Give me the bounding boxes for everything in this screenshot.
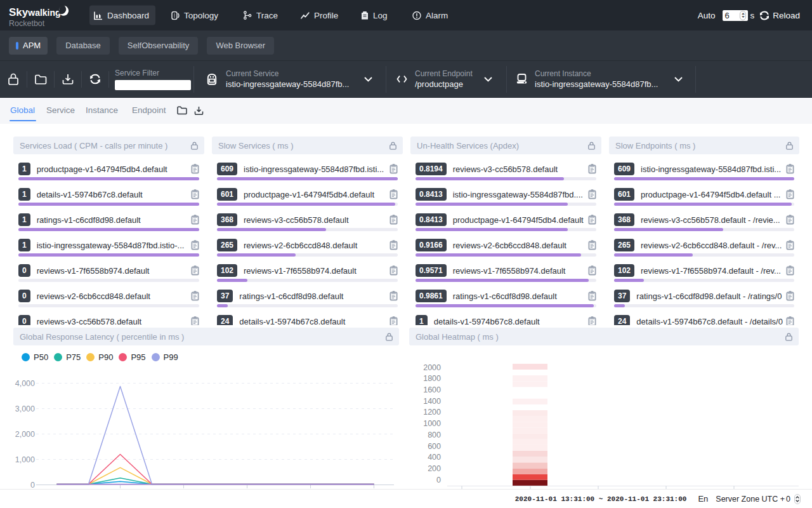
svg-text:3,000: 3,000 <box>15 404 35 413</box>
svg-text:600: 600 <box>428 442 441 451</box>
svg-text:200: 200 <box>428 464 441 473</box>
svg-text:4,000: 4,000 <box>15 379 35 388</box>
svg-text:800: 800 <box>428 431 441 439</box>
svg-text:1600: 1600 <box>423 385 441 394</box>
svg-text:0: 0 <box>30 481 35 489</box>
svg-text:1200: 1200 <box>423 408 441 417</box>
svg-text:1800: 1800 <box>423 374 441 383</box>
svg-text:0: 0 <box>436 476 441 485</box>
svg-text:1400: 1400 <box>423 397 441 406</box>
svg-text:1,000: 1,000 <box>15 455 35 464</box>
svg-text:2000: 2000 <box>423 363 441 372</box>
svg-text:2,000: 2,000 <box>15 430 35 439</box>
svg-text:1000: 1000 <box>423 419 441 428</box>
svg-text:400: 400 <box>428 453 441 462</box>
